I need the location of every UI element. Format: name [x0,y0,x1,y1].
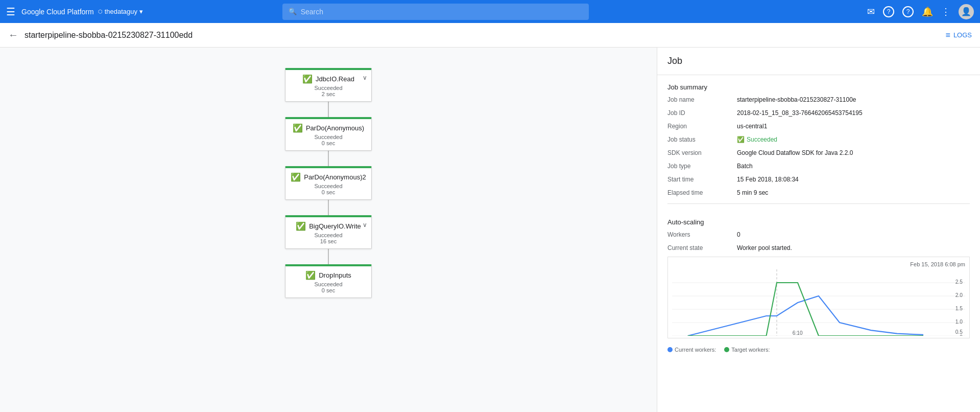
svg-text:0: 0 [960,334,963,336]
label-start-time: Start time [667,175,729,184]
label-job-status: Job status [667,135,729,144]
node-name-4: DropInputs [319,271,351,279]
node-header-3: ✅ BigQueryIO.Write [292,221,365,231]
value-current-state: Worker pool started. [737,243,970,253]
user-avatar[interactable]: 👤 [959,4,974,19]
node-name-1: ParDo(Anonymous) [306,124,364,132]
connector-3 [328,249,329,264]
node-header-1: ✅ ParDo(Anonymous) [292,123,365,133]
svg-text:1.5: 1.5 [955,305,963,311]
job-info-grid: Job name starterpipeline-sbobba-02152308… [657,95,980,197]
node-expand-0[interactable]: ∨ [363,74,367,81]
divider-1 [667,203,970,204]
logs-icon: ≡ [946,31,950,40]
pipeline-area: ∨ ✅ JdbcIO.Read Succeeded 2 sec ✅ ParDo(… [0,48,657,412]
notification-icon[interactable]: 🔔 [922,6,933,17]
node-status-4: Succeeded [292,281,365,287]
node-name-0: JdbcIO.Read [316,75,354,83]
legend-target-label: Target workers: [731,347,770,353]
right-panel: Job Job summary Job name starterpipeline… [657,48,980,412]
label-job-type: Job type [667,162,729,171]
sub-header: ← starterpipeline-sbobba-0215230827-3110… [0,23,980,48]
node-status-2: Succeeded [292,183,365,189]
value-region: us-central1 [737,122,970,131]
label-sdk-version: SDK version [667,148,729,157]
value-job-status: ✅ Succeeded [737,135,970,144]
pipeline-node-0[interactable]: ∨ ✅ JdbcIO.Read Succeeded 2 sec [285,68,372,102]
svg-text:1.0: 1.0 [955,318,963,325]
legend-current: Current workers: [667,347,716,353]
label-job-name: Job name [667,95,729,104]
svg-text:2.0: 2.0 [955,292,963,298]
pipeline-node-3[interactable]: ∨ ✅ BigQueryIO.Write Succeeded 16 sec [285,215,372,249]
current-workers-dot [667,347,673,352]
account-icon: ⬡ [98,9,103,14]
account-chip[interactable]: ⬡ thedataguy ▾ [98,8,143,15]
account-name: thedataguy [105,8,137,15]
value-job-name: starterpipeline-sbobba-0215230827-31100e [737,95,970,104]
node-header-2: ✅ ParDo(Anonymous)2 [292,172,365,182]
value-job-id: 2018-02-15_15_08_33-766462065453754195 [737,108,970,118]
page-title: starterpipeline-sbobba-0215230827-31100e… [25,31,946,40]
node-check-3: ✅ [296,221,306,231]
value-start-time: 15 Feb 2018, 18:08:34 [737,175,970,184]
node-status-1: Succeeded [292,134,365,140]
node-name-3: BigQueryIO.Write [309,222,361,230]
legend-current-label: Current workers: [675,347,716,353]
more-icon[interactable]: ⋮ [941,6,950,17]
help-icon[interactable]: ? [883,6,894,17]
status-check-icon: ✅ [737,135,745,144]
node-time-4: 0 sec [292,287,365,293]
pipeline-node-4[interactable]: ✅ DropInputs Succeeded 0 sec [285,264,372,298]
connector-0 [328,102,329,117]
chart-legend: Current workers: Target workers: [657,342,980,357]
label-workers: Workers [667,230,729,239]
svg-text:2.5: 2.5 [955,279,963,285]
logs-label: LOGS [953,31,972,39]
email-icon[interactable]: ✉ [867,6,875,17]
connector-2 [328,200,329,215]
autoscaling-grid: Workers 0 Current state Worker pool star… [657,230,980,253]
nav-icons: ✉ ? ? 🔔 ⋮ 👤 [867,4,974,19]
logs-button[interactable]: ≡ LOGS [946,31,972,40]
label-current-state: Current state [667,243,729,253]
node-check-1: ✅ [293,123,303,133]
pipeline-node-1[interactable]: ✅ ParDo(Anonymous) Succeeded 0 sec [285,117,372,151]
node-header-4: ✅ DropInputs [292,270,365,280]
node-expand-3[interactable]: ∨ [363,221,367,228]
node-name-2: ParDo(Anonymous)2 [304,173,366,181]
node-status-3: Succeeded [292,232,365,238]
panel-title: Job [657,48,980,75]
main-container: ∨ ✅ JdbcIO.Read Succeeded 2 sec ✅ ParDo(… [0,48,980,412]
value-job-type: Batch [737,162,970,171]
node-time-3: 16 sec [292,238,365,244]
legend-target: Target workers: [724,347,770,353]
search-input[interactable] [301,8,583,16]
search-bar[interactable]: 🔍 [282,4,589,20]
autoscaling-chart: Feb 15, 2018 6:08 pm 2.5 2.0 1.5 1.0 0.5… [667,257,970,338]
node-check-0: ✅ [302,74,313,84]
node-check-4: ✅ [305,270,316,280]
node-time-2: 0 sec [292,189,365,195]
hamburger-menu[interactable]: ☰ [6,6,15,18]
autoscaling-title: Auto-scaling [657,210,980,230]
top-navigation: ☰ Google Cloud Platform ⬡ thedataguy ▾ 🔍… [0,0,980,23]
value-workers: 0 [737,230,970,239]
svg-text:6:10: 6:10 [793,330,803,336]
node-header-0: ✅ JdbcIO.Read [292,74,365,84]
app-title: Google Cloud Platform [21,8,94,16]
label-region: Region [667,122,729,131]
node-check-2: ✅ [291,172,301,182]
back-button[interactable]: ← [8,29,18,41]
label-job-id: Job ID [667,108,729,118]
value-sdk-version: Google Cloud Dataflow SDK for Java 2.2.0 [737,148,970,157]
search-icon: 🔍 [289,8,297,15]
chart-timestamp: Feb 15, 2018 6:08 pm [672,261,965,267]
pipeline-flow: ∨ ✅ JdbcIO.Read Succeeded 2 sec ✅ ParDo(… [285,58,372,402]
target-workers-dot [724,347,729,352]
value-elapsed-time: 5 min 9 sec [737,188,970,197]
node-status-0: Succeeded [292,85,365,91]
node-time-0: 2 sec [292,91,365,97]
question-icon[interactable]: ? [902,6,914,17]
pipeline-node-2[interactable]: ✅ ParDo(Anonymous)2 Succeeded 0 sec [285,166,372,200]
